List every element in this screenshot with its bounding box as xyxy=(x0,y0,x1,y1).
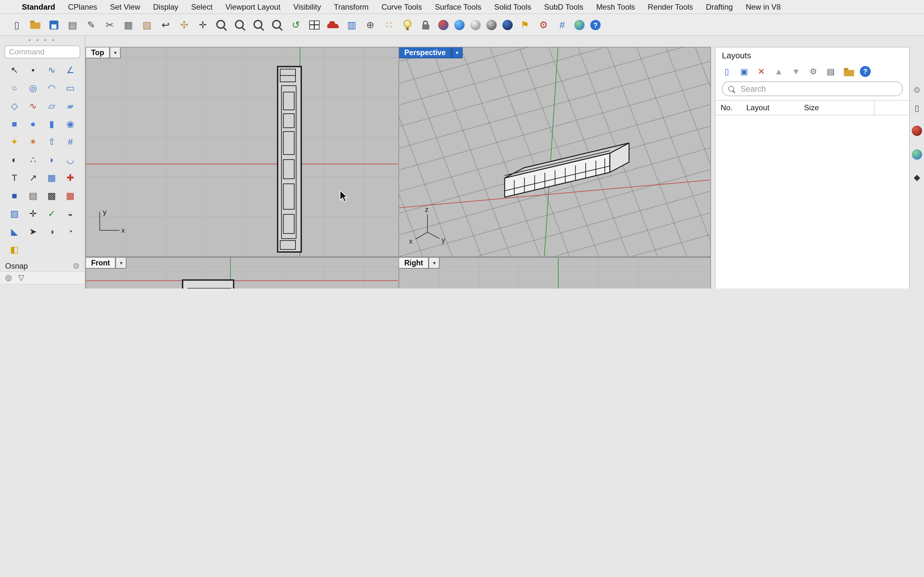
tool-array[interactable]: ▦ xyxy=(45,171,58,183)
menu-display[interactable]: Display xyxy=(147,2,185,11)
tool-mesh-array[interactable]: ▦ xyxy=(64,189,77,201)
panel-drag-handle[interactable] xyxy=(0,36,85,44)
move-down-icon[interactable]: ▼ xyxy=(790,66,801,77)
tool-text[interactable]: T xyxy=(8,171,21,183)
zoom-selected-icon[interactable] xyxy=(271,18,284,31)
copy-icon[interactable]: ▦ xyxy=(122,18,135,31)
menu-curve-tools[interactable]: Curve Tools xyxy=(375,2,428,11)
command-input[interactable] xyxy=(5,45,80,58)
viewport-perspective-title[interactable]: Perspective xyxy=(399,47,451,58)
viewport-perspective-tab[interactable]: Perspective ▾ xyxy=(399,47,462,58)
layer-light-icon[interactable] xyxy=(401,18,414,31)
menu-select[interactable]: Select xyxy=(185,2,219,11)
front-canvas[interactable]: z x xyxy=(86,258,399,288)
tool-leader[interactable]: ↗ xyxy=(27,171,39,183)
osnap-gear-icon[interactable]: ⚙ xyxy=(73,261,79,271)
menu-new-in-v8[interactable]: New in V8 xyxy=(739,2,787,11)
shaded-view-icon[interactable] xyxy=(470,19,481,30)
menu-transform[interactable]: Transform xyxy=(327,2,375,11)
tool-polyline[interactable]: ∠ xyxy=(64,63,77,76)
materials-panel-icon[interactable] xyxy=(912,126,922,136)
tool-emap[interactable]: ◔ xyxy=(64,225,77,237)
tool-extrude[interactable]: ⇧ xyxy=(45,135,58,147)
options-gear-icon[interactable]: ⚙ xyxy=(537,18,550,31)
tool-fillet[interactable]: ◗ xyxy=(45,153,58,165)
check-flag-icon[interactable]: ⚑ xyxy=(519,18,531,31)
tool-contour[interactable]: ▤ xyxy=(27,189,39,201)
viewport-top[interactable]: y x Top ▾ xyxy=(86,47,399,257)
zoom-dynamic-icon[interactable] xyxy=(215,18,228,31)
tool-helix[interactable]: ∿ xyxy=(27,99,39,111)
rendered-view-icon[interactable] xyxy=(454,19,465,30)
tool-sphere[interactable]: ● xyxy=(27,117,39,129)
open-layout-icon[interactable] xyxy=(843,66,853,77)
tool-udt[interactable]: ◣ xyxy=(8,225,21,237)
column-no[interactable]: No. xyxy=(716,101,741,115)
column-size[interactable]: Size xyxy=(799,101,875,115)
viewport-front-title[interactable]: Front xyxy=(86,258,116,269)
new-file-icon[interactable]: ▯ xyxy=(10,18,23,31)
tool-point[interactable]: • xyxy=(27,63,39,76)
menu-solid-tools[interactable]: Solid Tools xyxy=(488,2,538,11)
viewport-right-tab[interactable]: Right ▾ xyxy=(399,258,440,269)
tool-block[interactable]: ✦ xyxy=(8,135,21,147)
cplane-grid-icon[interactable]: # xyxy=(556,18,569,31)
menu-viewport-layout[interactable]: Viewport Layout xyxy=(219,2,287,11)
tool-control-point-curve[interactable]: ∿ xyxy=(45,63,58,76)
analyze-contour-icon[interactable]: ▥ xyxy=(345,18,358,31)
tool-point-grid[interactable]: ▩ xyxy=(45,189,58,201)
tool-circle[interactable]: ○ xyxy=(8,81,21,93)
osnap-target-icon[interactable]: ◎ xyxy=(5,273,12,282)
front-view-object[interactable] xyxy=(183,280,234,288)
move-up-icon[interactable]: ▲ xyxy=(773,66,784,77)
top-view-object[interactable] xyxy=(278,67,301,252)
undo-icon[interactable]: ↩ xyxy=(159,18,172,31)
help-icon[interactable]: ? xyxy=(590,19,601,30)
tool-pipe[interactable]: ◉ xyxy=(64,117,77,129)
pan-hand-icon[interactable]: ✣ xyxy=(178,18,191,31)
tool-hatch[interactable]: ▨ xyxy=(8,207,21,219)
viewport-right[interactable]: z y Right ▾ xyxy=(399,257,711,288)
libraries-panel-icon[interactable]: ◆ xyxy=(912,172,922,182)
tool-insert-block[interactable]: ✶ xyxy=(27,135,39,147)
tool-arc[interactable]: ◠ xyxy=(45,81,58,93)
viewport-right-dropdown[interactable]: ▾ xyxy=(429,258,440,269)
viewport-top-title[interactable]: Top xyxy=(86,47,110,58)
tool-shaded-mode[interactable]: ◒ xyxy=(64,207,77,219)
viewport-front-tab[interactable]: Front ▾ xyxy=(86,258,127,269)
tool-pointer[interactable]: ↖ xyxy=(8,63,21,76)
menu-mesh-tools[interactable]: Mesh Tools xyxy=(590,2,641,11)
viewport-perspective-dropdown[interactable]: ▾ xyxy=(451,47,462,58)
viewport-perspective[interactable]: z x y Perspective ▾ xyxy=(399,47,711,257)
render-icon[interactable] xyxy=(438,19,449,30)
delete-layout-icon[interactable]: ✕ xyxy=(756,66,767,77)
rotate-view-icon[interactable]: ↺ xyxy=(289,18,302,31)
tool-ellipse[interactable]: ◎ xyxy=(27,81,39,93)
tool-surface-corner[interactable]: ▰ xyxy=(64,99,77,111)
perspective-canvas[interactable]: z x y xyxy=(399,47,710,256)
tool-selection-check[interactable]: ✓ xyxy=(45,207,58,219)
tool-cage-edit[interactable]: # xyxy=(64,135,77,147)
tool-cylinder[interactable]: ▮ xyxy=(45,117,58,129)
save-file-icon[interactable] xyxy=(47,18,60,31)
zoom-extents-icon[interactable] xyxy=(252,18,265,31)
tool-analyze-direction[interactable]: ◑ xyxy=(45,225,58,237)
zoom-window-icon[interactable] xyxy=(234,18,246,31)
menu-cplanes[interactable]: CPlanes xyxy=(61,2,103,11)
menu-standard[interactable]: Standard xyxy=(15,2,61,11)
menu-subd-tools[interactable]: SubD Tools xyxy=(538,2,590,11)
right-canvas[interactable]: z y xyxy=(399,258,710,288)
tool-blend[interactable]: ◡ xyxy=(64,153,77,165)
tool-rectangle[interactable]: ▭ xyxy=(64,81,77,93)
tool-box[interactable]: ■ xyxy=(8,117,21,129)
menu-drafting[interactable]: Drafting xyxy=(699,2,739,11)
osnap-filter-icon[interactable]: ▽ xyxy=(18,273,24,282)
move-view-icon[interactable]: ✛ xyxy=(196,18,209,31)
print-icon[interactable]: ▤ xyxy=(66,18,79,31)
viewport-right-title[interactable]: Right xyxy=(399,258,429,269)
duplicate-layout-icon[interactable]: ▣ xyxy=(738,66,750,77)
viewport-front-dropdown[interactable]: ▾ xyxy=(116,258,127,269)
open-file-icon[interactable] xyxy=(29,18,42,31)
tool-surface[interactable]: ▱ xyxy=(45,99,58,111)
tool-polar-array[interactable]: ✚ xyxy=(64,171,77,183)
